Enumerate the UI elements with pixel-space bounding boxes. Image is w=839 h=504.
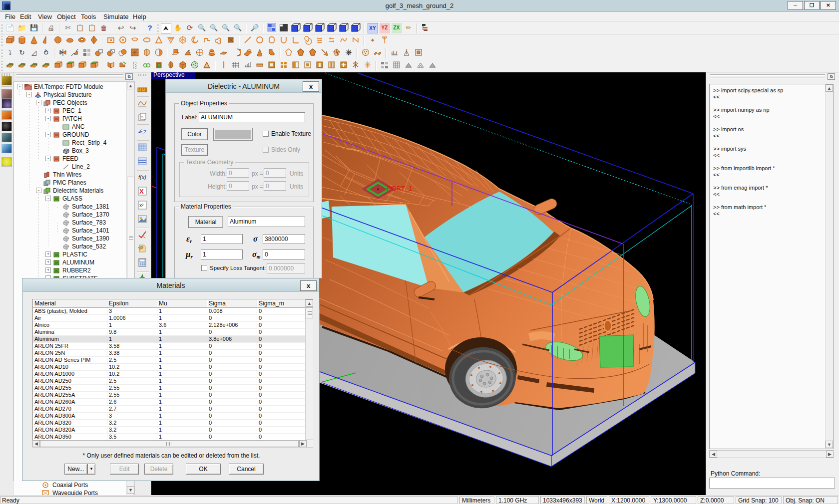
svg-text:PORT_1: PORT_1: [387, 185, 412, 192]
svg-text:X: X: [139, 188, 144, 195]
svg-text:f(x): f(x): [138, 174, 146, 180]
svg-text:€: €: [141, 115, 144, 119]
svg-text:x²: x²: [139, 203, 144, 208]
